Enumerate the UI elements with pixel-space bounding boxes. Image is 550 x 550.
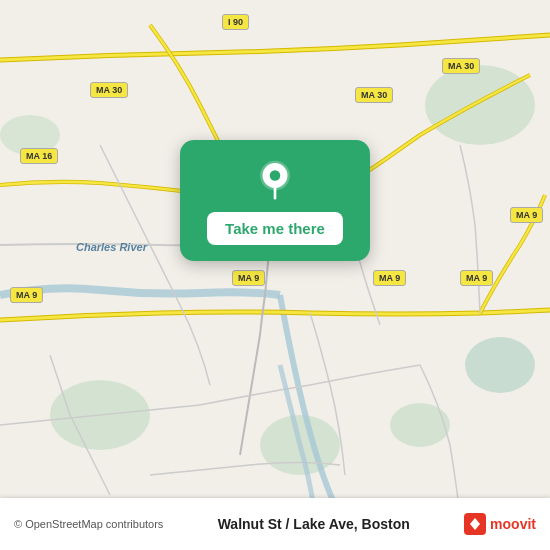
attribution-text: © OpenStreetMap contributors [14, 518, 163, 530]
svg-point-1 [465, 337, 535, 393]
svg-point-0 [425, 65, 535, 145]
road-badge-ma9-e1: MA 9 [373, 270, 406, 286]
road-badge-ma30-mid: MA 30 [355, 87, 393, 103]
moovit-icon [464, 513, 486, 535]
road-badge-ma9-e2: MA 9 [460, 270, 493, 286]
road-badge-ma9-ne: MA 9 [510, 207, 543, 223]
bottom-bar: © OpenStreetMap contributors Walnut St /… [0, 498, 550, 550]
take-me-there-button[interactable]: Take me there [207, 212, 343, 245]
map-container: I 90 MA 30 MA 16 MA 30 MA 30 MA 9 MA 9 M… [0, 0, 550, 550]
road-badge-ma9-w: MA 9 [10, 287, 43, 303]
road-badge-i90: I 90 [222, 14, 249, 30]
svg-point-8 [270, 170, 281, 181]
road-badge-ma9-mid: MA 9 [232, 270, 265, 286]
pin-icon [254, 158, 296, 200]
cta-card: Take me there [180, 140, 370, 261]
road-badge-ma16: MA 16 [20, 148, 58, 164]
road-badge-ma30-e: MA 30 [442, 58, 480, 74]
moovit-name: moovit [490, 516, 536, 532]
charles-river-label: Charles River [72, 240, 151, 254]
road-badge-ma30-w: MA 30 [90, 82, 128, 98]
location-label: Walnut St / Lake Ave, Boston [171, 516, 456, 532]
svg-point-2 [390, 403, 450, 447]
moovit-logo: moovit [464, 513, 536, 535]
